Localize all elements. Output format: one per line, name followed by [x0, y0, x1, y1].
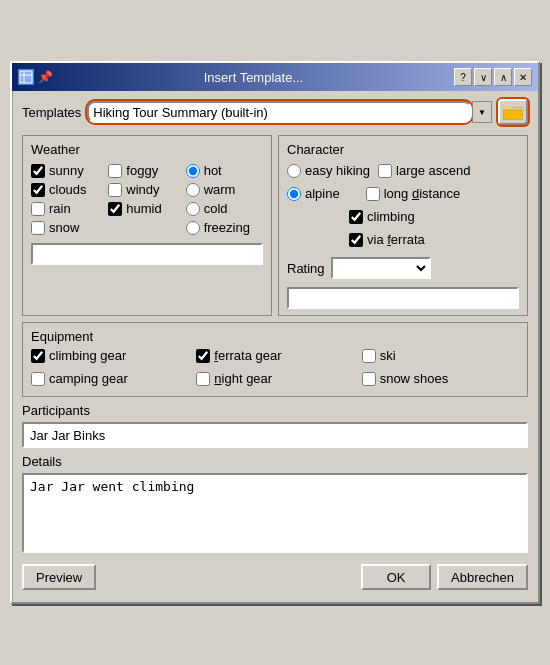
easy-hiking-label: easy hiking [305, 163, 370, 178]
snow-shoes-label: snow shoes [380, 371, 449, 386]
night-gear-checkbox[interactable] [196, 372, 210, 386]
climbing-checkbox[interactable] [349, 210, 363, 224]
windy-checkbox[interactable] [108, 183, 122, 197]
weather-windy-row: windy [108, 182, 185, 197]
clouds-checkbox[interactable] [31, 183, 45, 197]
large-ascend-checkbox[interactable] [378, 164, 392, 178]
char-row-2: alpine long distance [287, 186, 519, 205]
weather-col-3: hot warm cold freezing [186, 163, 263, 239]
hot-radio[interactable] [186, 164, 200, 178]
weather-hot-row: hot [186, 163, 263, 178]
weather-col-2: foggy windy humid [108, 163, 185, 239]
weather-text-input[interactable] [31, 243, 263, 265]
humid-checkbox[interactable] [108, 202, 122, 216]
climbing-gear-row: climbing gear [31, 348, 188, 363]
weather-checkboxes: sunny clouds rain snow [31, 163, 263, 239]
titlebar-left: 📌 [18, 69, 53, 85]
via-ferrata-checkbox[interactable] [349, 233, 363, 247]
camping-gear-row: camping gear [31, 371, 188, 386]
weather-clouds-row: clouds [31, 182, 108, 197]
equipment-panel: Equipment climbing gear ferrata gear ski… [22, 322, 528, 397]
cancel-button[interactable]: Abbrechen [437, 564, 528, 590]
help-button[interactable]: ? [454, 68, 472, 86]
camping-gear-label: camping gear [49, 371, 128, 386]
weather-col-1: sunny clouds rain snow [31, 163, 108, 239]
long-distance-label: long distance [384, 186, 461, 201]
participants-section: Participants [22, 403, 528, 454]
climbing-gear-label: climbing gear [49, 348, 126, 363]
svg-rect-5 [503, 110, 523, 120]
titlebar-buttons: ? ∨ ∧ ✕ [454, 68, 532, 86]
open-folder-button[interactable] [498, 99, 528, 125]
night-gear-label: night gear [214, 371, 272, 386]
participants-label: Participants [22, 403, 528, 418]
warm-label: warm [204, 182, 236, 197]
preview-button[interactable]: Preview [22, 564, 96, 590]
weather-sunny-row: sunny [31, 163, 108, 178]
cold-label: cold [204, 201, 228, 216]
snow-shoes-row: snow shoes [362, 371, 519, 386]
titlebar-title: Insert Template... [53, 70, 454, 85]
snow-checkbox[interactable] [31, 221, 45, 235]
participants-input[interactable] [22, 422, 528, 448]
close-button[interactable]: ✕ [514, 68, 532, 86]
templates-dropdown-arrow[interactable]: ▼ [472, 101, 492, 123]
rain-label: rain [49, 201, 71, 216]
ok-cancel-buttons: OK Abbrechen [361, 564, 528, 590]
camping-gear-checkbox[interactable] [31, 372, 45, 386]
templates-input[interactable] [87, 101, 472, 123]
ferrata-gear-row: ferrata gear [196, 348, 353, 363]
svg-rect-0 [20, 71, 32, 83]
climbing-label: climbing [367, 209, 415, 224]
night-gear-row: night gear [196, 371, 353, 386]
weather-rain-row: rain [31, 201, 108, 216]
maximize-button[interactable]: ∧ [494, 68, 512, 86]
alpine-row: alpine [287, 186, 340, 201]
character-text-input[interactable] [287, 287, 519, 309]
bottom-buttons: Preview OK Abbrechen [22, 564, 528, 594]
large-ascend-label: large ascend [396, 163, 470, 178]
alpine-radio[interactable] [287, 187, 301, 201]
character-panel: Character easy hiking large ascend [278, 135, 528, 316]
folder-icon [503, 104, 523, 120]
large-ascend-row: large ascend [378, 163, 470, 178]
templates-row: Templates ▼ [22, 99, 528, 125]
cold-radio[interactable] [186, 202, 200, 216]
easy-hiking-radio[interactable] [287, 164, 301, 178]
via-ferrata-row: via ferrata [349, 232, 425, 247]
rating-row: Rating [287, 257, 519, 279]
long-distance-checkbox[interactable] [366, 187, 380, 201]
freezing-radio[interactable] [186, 221, 200, 235]
ferrata-gear-checkbox[interactable] [196, 349, 210, 363]
details-label: Details [22, 454, 528, 469]
ski-row: ski [362, 348, 519, 363]
ok-button[interactable]: OK [361, 564, 431, 590]
ski-checkbox[interactable] [362, 349, 376, 363]
long-distance-row: long distance [366, 186, 461, 201]
char-row-3: climbing [349, 209, 519, 228]
foggy-checkbox[interactable] [108, 164, 122, 178]
char-row-4: via ferrata [349, 232, 519, 251]
rain-checkbox[interactable] [31, 202, 45, 216]
snow-label: snow [49, 220, 79, 235]
equipment-title: Equipment [31, 329, 519, 344]
freezing-label: freezing [204, 220, 250, 235]
alpine-label: alpine [305, 186, 340, 201]
weather-humid-row: humid [108, 201, 185, 216]
snow-shoes-checkbox[interactable] [362, 372, 376, 386]
humid-label: humid [126, 201, 161, 216]
minimize-button[interactable]: ∨ [474, 68, 492, 86]
climbing-gear-checkbox[interactable] [31, 349, 45, 363]
windy-label: windy [126, 182, 159, 197]
sunny-checkbox[interactable] [31, 164, 45, 178]
easy-hiking-row: easy hiking [287, 163, 370, 178]
content: Templates ▼ Weather [12, 91, 538, 602]
rating-select[interactable] [331, 257, 431, 279]
via-ferrata-label: via ferrata [367, 232, 425, 247]
weather-foggy-row: foggy [108, 163, 185, 178]
ski-label: ski [380, 348, 396, 363]
warm-radio[interactable] [186, 183, 200, 197]
details-textarea[interactable]: Jar Jar went climbing [22, 473, 528, 553]
clouds-label: clouds [49, 182, 87, 197]
ferrata-gear-label: ferrata gear [214, 348, 281, 363]
